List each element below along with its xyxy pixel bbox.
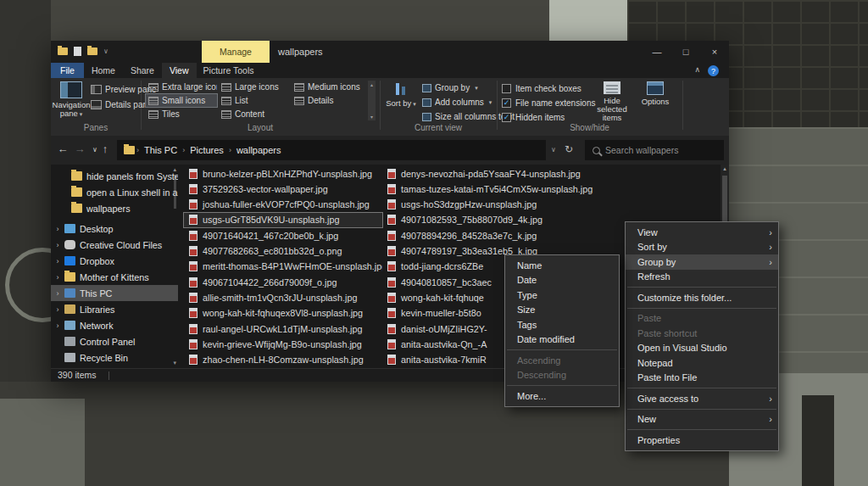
current-view-size-all-columns-to-fit-button[interactable]: Size all columns to fit [422, 110, 515, 123]
menu-item-customize-this-folder[interactable]: Customize this folder... [626, 290, 778, 305]
breadcrumb-this-pc[interactable]: This PC [141, 145, 181, 155]
file-item[interactable]: meritt-thomas-B4P1WwFHmOE-unsplash.jpg [184, 260, 382, 274]
menu-item-new[interactable]: New› [626, 412, 778, 427]
menu-separator [627, 429, 776, 430]
menu-item-size[interactable]: Size [505, 303, 619, 318]
search-input[interactable] [605, 145, 711, 155]
menu-item-date-modified[interactable]: Date modified [505, 332, 619, 348]
menu-item-give-access-to[interactable]: Give access to› [626, 391, 778, 406]
file-item[interactable]: zhao-chen-nLH-8Comzaw-unsplash.jpg [184, 353, 382, 367]
layout-option-medium-icons[interactable]: Medium icons [292, 81, 363, 93]
menu-item-type[interactable]: Type [505, 288, 619, 303]
back-button[interactable]: ← [56, 142, 70, 155]
menu-item-tags[interactable]: Tags [505, 317, 619, 332]
layout-option-extra-large-icons[interactable]: Extra large icons [146, 81, 217, 93]
titlebar[interactable]: ∨ Manage wallpapers — □ × [51, 41, 729, 63]
tab-picture-tools[interactable]: Picture Tools [197, 63, 261, 78]
menu-item-refresh[interactable]: Refresh [626, 270, 778, 285]
layout-option-content[interactable]: Content [219, 108, 290, 120]
layout-option-large-icons[interactable]: Large icons [219, 81, 290, 93]
folder-icon[interactable] [58, 47, 68, 55]
sort-by-icon [393, 81, 409, 97]
menu-item-date[interactable]: Date [505, 273, 619, 288]
file-item[interactable]: tamas-tuzes-katai-mTv5i4CmX5w-unsplash.j… [382, 182, 718, 196]
layout-option-icon [221, 83, 231, 92]
file-item[interactable]: raul-angel-URCwkL1dTjM-unsplash.jpg [184, 321, 382, 336]
menu-item-open-in-visual-studio[interactable]: Open in Visual Studio [626, 341, 778, 356]
file-item[interactable]: wong-kah-kit-fqhuqex8Vl8-unsplash.jpg [184, 306, 382, 321]
tab-view[interactable]: View [162, 63, 197, 78]
file-list: bruno-kelzer-pBLXnHZPhdY-unsplash.jpg375… [51, 165, 721, 368]
current-view-group-by-button[interactable]: Group by▾ [422, 81, 478, 94]
file-item[interactable]: usgs-hoS3dzgpHzw-unsplash.jpg [382, 198, 718, 212]
refresh-icon[interactable]: ↻ [565, 143, 573, 155]
maximize-button[interactable]: □ [671, 41, 700, 63]
file-icon[interactable] [74, 47, 81, 56]
menu-item-view[interactable]: View› [626, 225, 778, 240]
forward-button[interactable]: → [73, 142, 86, 155]
file-item[interactable]: allie-smith-tm1vQcn3rJU-unsplash.jpg [184, 290, 382, 304]
hide-selected-items-button[interactable]: Hide selected items [590, 79, 634, 122]
details-pane-button[interactable]: Details pane [91, 98, 153, 111]
file-name: 49067104422_266d79009f_o.jpg [203, 277, 337, 288]
sort-by-button[interactable]: Sort by▾ [383, 79, 419, 122]
collapse-ribbon-icon[interactable]: ∧ [694, 65, 700, 74]
file-item[interactable]: joshua-fuller-ekVOP7cfPQ0-unsplash.jpg [184, 198, 382, 212]
gallery-scrollbar[interactable]: ▴ ▾ [368, 81, 376, 120]
up-button[interactable]: ↑ [98, 142, 112, 155]
checkbox-file-name-extensions[interactable]: ✓File name extensions [502, 97, 596, 109]
checkbox-hidden-items[interactable]: ✓Hidden items [502, 111, 565, 123]
menu-item-sort-by[interactable]: Sort by› [626, 240, 778, 255]
breadcrumb-wallpapers[interactable]: wallpapers [233, 145, 285, 155]
sort-by-label-text: Sort by [386, 98, 411, 108]
group-by-icon [422, 84, 431, 92]
tab-home[interactable]: Home [84, 63, 123, 78]
file-item[interactable]: 37529263-vector-wallpaper.jpg [184, 182, 382, 196]
file-item[interactable]: usgs-uGrT85dVK9U-unsplash.jpg [184, 213, 382, 227]
tab-file[interactable]: File [51, 63, 84, 78]
file-item[interactable]: 49077682663_ec801bb32d_o.png [184, 244, 382, 259]
gallery-scroll-up-icon[interactable]: ▴ [370, 81, 373, 87]
layout-option-list[interactable]: List [219, 94, 290, 107]
file-item[interactable]: 49067104422_266d79009f_o.jpg [184, 275, 382, 289]
minimize-button[interactable]: — [643, 41, 671, 63]
file-item[interactable]: denys-nevozhai-pda5YsaaFY4-unsplash.jpg [382, 166, 718, 181]
tab-share[interactable]: Share [123, 63, 162, 78]
jpg-file-icon [387, 246, 396, 256]
menu-item-notepad[interactable]: Notepad [626, 355, 778, 371]
file-item[interactable]: 49071640421_467c20be0b_k.jpg [184, 228, 382, 243]
layout-option-small-icons[interactable]: Small icons [146, 94, 217, 107]
layout-option-details[interactable]: Details [292, 94, 363, 107]
gallery-scroll-down-icon[interactable]: ▾ [370, 114, 373, 120]
file-name: usgs-hoS3dzgpHzw-unsplash.jpg [401, 199, 537, 209]
scroll-up-icon[interactable]: ▴ [721, 165, 729, 172]
layout-option-label: Tiles [162, 109, 180, 119]
menu-item-label: More... [517, 391, 546, 401]
qat-caret-down-icon[interactable]: ∨ [103, 47, 108, 55]
breadcrumb-pictures[interactable]: Pictures [186, 145, 227, 155]
navigation-pane-button[interactable]: Navigation pane▾ [53, 79, 89, 122]
menu-separator [627, 409, 776, 410]
jpg-file-icon [387, 199, 396, 209]
menu-item-more[interactable]: More... [505, 388, 619, 404]
address-caret-down-icon[interactable]: ∨ [551, 146, 556, 154]
menu-item-name[interactable]: Name [505, 258, 619, 273]
layout-option-tiles[interactable]: Tiles [146, 108, 217, 120]
manage-contextual-tab[interactable]: Manage [202, 41, 270, 63]
file-name: kevin-mueller-b5t8o [401, 308, 481, 318]
file-item[interactable]: bruno-kelzer-pBLXnHZPhdY-unsplash.jpg [184, 166, 382, 181]
folder-icon[interactable] [87, 47, 97, 55]
menu-item-properties[interactable]: Properties [626, 433, 778, 448]
checkbox-item-check-boxes[interactable]: Item check boxes [502, 82, 581, 94]
current-view-add-columns-button[interactable]: Add columns▾ [422, 96, 492, 109]
menu-item-group-by[interactable]: Group by› [626, 254, 778, 270]
help-icon[interactable]: ? [708, 65, 719, 76]
file-item[interactable]: kevin-grieve-WfijqMg-B9o-unsplash.jpg [184, 337, 382, 351]
submenu-arrow-icon: › [769, 257, 772, 267]
options-button[interactable]: Options [637, 79, 673, 122]
close-button[interactable]: × [700, 41, 729, 63]
address-bar[interactable]: ›This PC›Pictures›wallpapers [117, 140, 546, 160]
menu-item-paste-into-file[interactable]: Paste Into File [626, 371, 778, 386]
search-box[interactable] [585, 140, 724, 160]
layout-option-icon [294, 97, 304, 105]
